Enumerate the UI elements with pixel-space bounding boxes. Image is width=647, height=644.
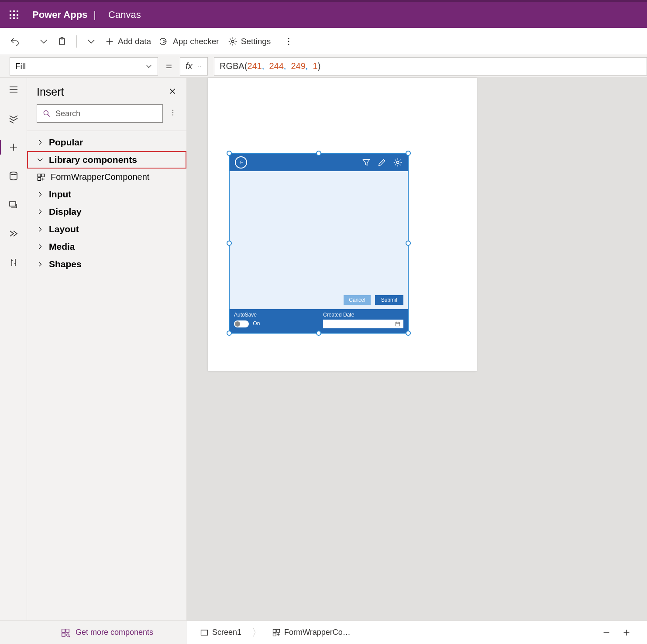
svg-rect-16 — [10, 202, 16, 206]
app-name: Power Apps — [32, 9, 87, 21]
category-media[interactable]: Media — [27, 238, 186, 255]
component-body: Cancel Submit — [230, 171, 408, 309]
svg-rect-31 — [273, 629, 276, 632]
date-input[interactable] — [323, 320, 403, 328]
status-bar: Get more components Screen1 〉 FormWrappe… — [0, 620, 647, 644]
svg-rect-7 — [13, 17, 15, 19]
tools-icon[interactable] — [8, 257, 19, 268]
zoom-out-button[interactable] — [602, 628, 611, 637]
resize-handle[interactable] — [406, 241, 411, 246]
svg-point-11 — [231, 40, 234, 43]
svg-rect-6 — [10, 17, 11, 19]
fx-button[interactable]: fx — [180, 57, 208, 76]
created-date-label: Created Date — [323, 312, 403, 318]
svg-rect-21 — [38, 174, 41, 177]
left-rail — [0, 78, 27, 620]
resize-handle[interactable] — [316, 331, 321, 336]
component-header — [230, 154, 408, 171]
category-library-components[interactable]: Library components — [27, 151, 186, 169]
category-input[interactable]: Input — [27, 186, 186, 203]
svg-rect-30 — [201, 630, 208, 635]
panel-title: Insert — [37, 86, 64, 98]
resize-handle[interactable] — [406, 331, 411, 336]
app-launcher-icon[interactable] — [9, 10, 19, 20]
formula-fn: RGBA — [220, 61, 244, 71]
svg-rect-27 — [66, 629, 69, 632]
resize-handle[interactable] — [406, 151, 411, 156]
search-placeholder: Search — [55, 109, 80, 118]
resize-handle[interactable] — [227, 241, 232, 246]
canvas-area[interactable]: Cancel Submit AutoSave On Created Date — [187, 78, 647, 620]
component-footer: AutoSave On Created Date — [230, 309, 408, 333]
svg-point-20 — [172, 114, 173, 115]
formula-bar: Fill = fx RGBA(241, 244, 249, 1) — [0, 55, 647, 78]
get-more-components-button[interactable]: Get more components — [27, 620, 187, 644]
filter-icon[interactable] — [361, 158, 371, 167]
svg-point-14 — [288, 43, 289, 45]
insert-icon[interactable] — [8, 141, 19, 153]
svg-rect-1 — [13, 10, 15, 12]
zoom-in-button[interactable] — [622, 628, 631, 637]
hamburger-icon[interactable] — [8, 84, 19, 95]
autosave-value: On — [253, 320, 260, 327]
breadcrumb-screen[interactable]: Screen1 — [195, 628, 247, 637]
svg-rect-32 — [277, 629, 280, 632]
selected-component[interactable]: Cancel Submit AutoSave On Created Date — [229, 153, 409, 334]
svg-point-13 — [288, 41, 289, 42]
svg-rect-8 — [17, 17, 18, 19]
svg-rect-33 — [273, 633, 276, 636]
command-bar: Add data App checker Settings — [0, 28, 647, 55]
paste-button[interactable] — [53, 34, 71, 49]
app-header: Power Apps | Canvas — [0, 0, 647, 28]
insert-panel: Insert Search Popular Library components — [27, 78, 187, 620]
app-checker-button[interactable]: App checker — [155, 34, 224, 49]
data-icon[interactable] — [8, 170, 19, 182]
add-data-label: Add data — [118, 37, 151, 46]
equals-sign: = — [166, 60, 172, 72]
edit-icon[interactable] — [377, 158, 387, 167]
svg-rect-23 — [38, 177, 41, 180]
svg-rect-5 — [17, 14, 18, 16]
undo-button[interactable] — [5, 34, 24, 49]
header-divider: | — [93, 9, 96, 21]
property-selector[interactable]: Fill — [10, 57, 158, 76]
svg-rect-4 — [13, 14, 15, 16]
undo-dropdown[interactable] — [34, 34, 53, 49]
submit-button[interactable]: Submit — [375, 295, 403, 305]
svg-point-17 — [44, 110, 48, 115]
settings-button[interactable]: Settings — [224, 34, 275, 49]
svg-rect-3 — [10, 14, 11, 16]
svg-rect-25 — [396, 322, 399, 326]
fx-label: fx — [186, 61, 193, 71]
category-shapes[interactable]: Shapes — [27, 255, 186, 273]
formula-input[interactable]: RGBA(241, 244, 249, 1) — [214, 57, 647, 76]
svg-point-24 — [396, 161, 399, 164]
category-popular[interactable]: Popular — [27, 134, 186, 151]
panel-more-button[interactable] — [169, 109, 177, 118]
breadcrumb-separator: 〉 — [252, 626, 262, 639]
advanced-tools-icon[interactable] — [8, 228, 19, 239]
add-data-button[interactable]: Add data — [100, 34, 155, 49]
tree-view-icon[interactable] — [8, 113, 19, 124]
category-display[interactable]: Display — [27, 203, 186, 220]
app-checker-label: App checker — [173, 37, 219, 46]
property-value: Fill — [15, 62, 26, 71]
item-formwrappercomponent[interactable]: FormWrapperComponent — [27, 169, 186, 186]
search-input[interactable]: Search — [37, 104, 163, 123]
canvas-page[interactable]: Cancel Submit AutoSave On Created Date — [208, 78, 477, 371]
gear-icon[interactable] — [393, 158, 403, 167]
resize-handle[interactable] — [227, 151, 232, 156]
close-panel-button[interactable] — [168, 87, 177, 97]
autosave-toggle[interactable] — [234, 320, 249, 327]
media-icon[interactable] — [8, 199, 19, 210]
cancel-button[interactable]: Cancel — [344, 295, 370, 305]
more-commands-button[interactable] — [279, 34, 298, 49]
breadcrumb-component[interactable]: FormWrapperCo… — [267, 628, 356, 637]
resize-handle[interactable] — [227, 331, 232, 336]
svg-rect-26 — [62, 629, 65, 632]
back-icon[interactable] — [235, 156, 247, 169]
paste-dropdown[interactable] — [82, 34, 100, 49]
category-layout[interactable]: Layout — [27, 220, 186, 238]
resize-handle[interactable] — [316, 151, 321, 156]
svg-point-18 — [172, 110, 173, 111]
